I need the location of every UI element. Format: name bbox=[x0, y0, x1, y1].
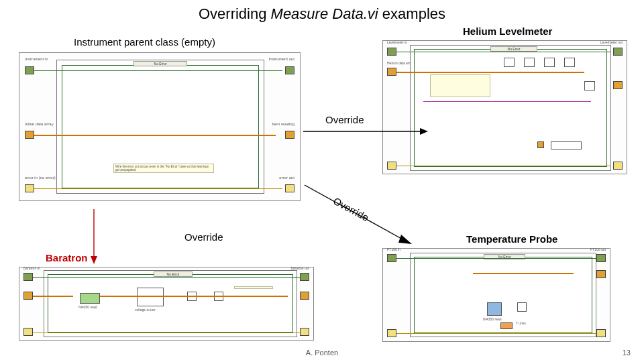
lbl-init-arr: Initial data array bbox=[23, 122, 55, 127]
he-node-parse bbox=[544, 58, 555, 67]
lbl-ni: NI4350 read bbox=[482, 317, 503, 322]
he-in bbox=[387, 48, 396, 56]
he-arr bbox=[387, 68, 396, 76]
parent-note: Wire the error out across even in the "N… bbox=[113, 164, 214, 173]
parent-case-tab: No Error bbox=[133, 61, 187, 66]
lbl-instr-out: Instrument out bbox=[268, 57, 296, 62]
caption-baratron: Baratron bbox=[46, 252, 88, 263]
svg-marker-3 bbox=[398, 235, 412, 244]
he-data-out bbox=[613, 81, 623, 89]
tp-in bbox=[387, 254, 396, 262]
tp-ni-node bbox=[487, 302, 502, 316]
bd-temp: PT100 in Temperature data array No Error… bbox=[382, 248, 610, 342]
override-label-2: Override bbox=[184, 231, 223, 243]
ba-conv bbox=[137, 288, 164, 306]
lbl-tunits: T units bbox=[515, 321, 527, 326]
bd-baratron: Baratron in No Error NI4350 read voltage… bbox=[19, 267, 314, 341]
he-node-visa bbox=[504, 58, 515, 67]
ba-tab: No Error bbox=[154, 272, 193, 277]
he-node-read bbox=[524, 58, 535, 67]
title-pre: Overriding bbox=[199, 5, 271, 22]
caption-helium: Helium Levelmeter bbox=[463, 25, 552, 37]
he-subarray bbox=[551, 141, 582, 149]
tp-errout bbox=[596, 329, 606, 337]
caption-temp: Temperature Probe bbox=[466, 233, 557, 245]
lbl-tp-out: PT100 out bbox=[589, 247, 607, 252]
ba-out bbox=[300, 273, 309, 281]
lbl-he-in: Levelmeter in bbox=[386, 40, 409, 45]
lbl-he-out: Levelmeter out bbox=[599, 40, 624, 45]
lbl-ba-out: Baratron out bbox=[289, 266, 311, 271]
he-errin bbox=[387, 162, 396, 170]
tp-case bbox=[414, 257, 592, 333]
footer-author: A. Ponten bbox=[306, 349, 338, 357]
he-out bbox=[613, 48, 623, 56]
lbl-err-out: error out bbox=[278, 176, 296, 180]
tp-data-out bbox=[596, 270, 606, 278]
term-instr-out bbox=[285, 66, 294, 74]
override-label-1: Override bbox=[325, 114, 364, 125]
he-errout bbox=[613, 162, 623, 170]
title-post: examples bbox=[378, 5, 445, 22]
bd-parent: Instrument in Initial data array error i… bbox=[19, 52, 301, 201]
ba-errin bbox=[23, 328, 33, 336]
term-err-out bbox=[285, 184, 294, 192]
he-node-close bbox=[564, 58, 575, 67]
slide-title: Overriding Measure Data.vi examples bbox=[0, 0, 644, 23]
lbl-ba-in: Baratron in bbox=[22, 266, 41, 271]
override-label-3: Override bbox=[331, 195, 371, 223]
ba-case bbox=[48, 274, 293, 333]
lbl-err-in: error in (no error) bbox=[23, 176, 57, 180]
ba-note bbox=[234, 286, 273, 289]
term-instr-in bbox=[25, 66, 34, 74]
lbl-ba-conv: voltage to torr bbox=[133, 308, 157, 312]
he-tab: No Error bbox=[490, 46, 537, 52]
arrow-to-baratron bbox=[87, 208, 101, 265]
term-item-rd bbox=[285, 131, 294, 139]
lbl-item-rd: Item reading bbox=[271, 122, 296, 127]
bd-helium: Levelmeter in Helium data array No Error… bbox=[382, 40, 627, 174]
caption-parent: Instrument parent class (empty) bbox=[74, 36, 215, 48]
term-init-arr bbox=[25, 131, 34, 139]
svg-marker-5 bbox=[91, 256, 97, 264]
tp-out bbox=[596, 254, 606, 262]
lbl-ba-ni: NI4350 read bbox=[77, 305, 99, 310]
lbl-instr-in: Instrument in bbox=[23, 57, 50, 62]
he-cfg-note bbox=[430, 74, 490, 97]
title-italic: Measure Data.vi bbox=[271, 5, 378, 22]
tp-build bbox=[517, 302, 527, 312]
ba-data-out bbox=[300, 292, 309, 300]
tp-errin bbox=[387, 329, 396, 337]
footer-page: 13 bbox=[623, 349, 631, 357]
ba-in bbox=[23, 273, 33, 281]
lbl-tp-in: PT100 in bbox=[386, 247, 402, 252]
ba-ni-node bbox=[80, 293, 100, 304]
term-err-in bbox=[25, 184, 34, 192]
ba-errout bbox=[300, 328, 309, 336]
he-node-bundle bbox=[584, 81, 595, 90]
ba-arr bbox=[23, 292, 33, 300]
tp-units bbox=[500, 322, 513, 329]
